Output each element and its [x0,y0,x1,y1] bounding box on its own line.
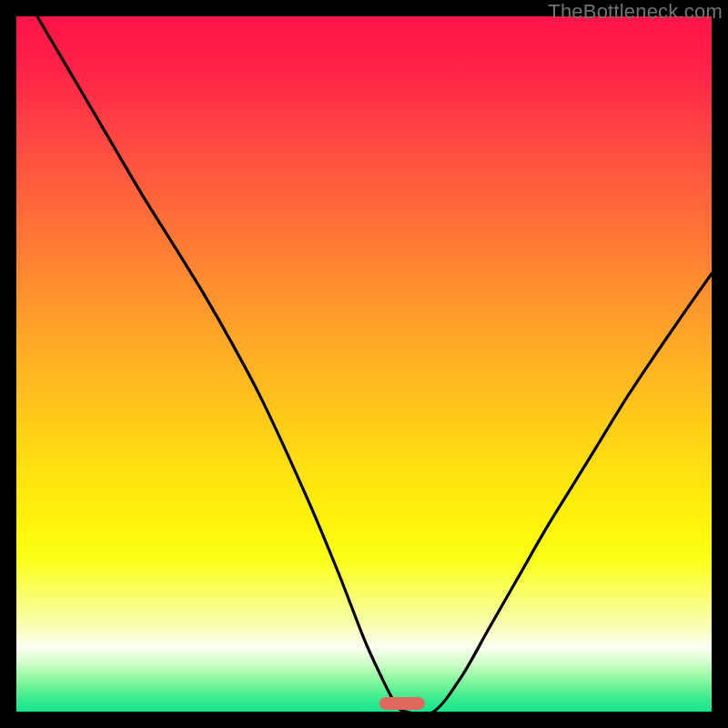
bottleneck-curve [16,16,712,712]
optimal-range-marker [379,697,425,710]
watermark-text: TheBottleneck.com [548,0,723,24]
plot-area [16,16,712,712]
chart-frame: TheBottleneck.com [0,0,728,728]
